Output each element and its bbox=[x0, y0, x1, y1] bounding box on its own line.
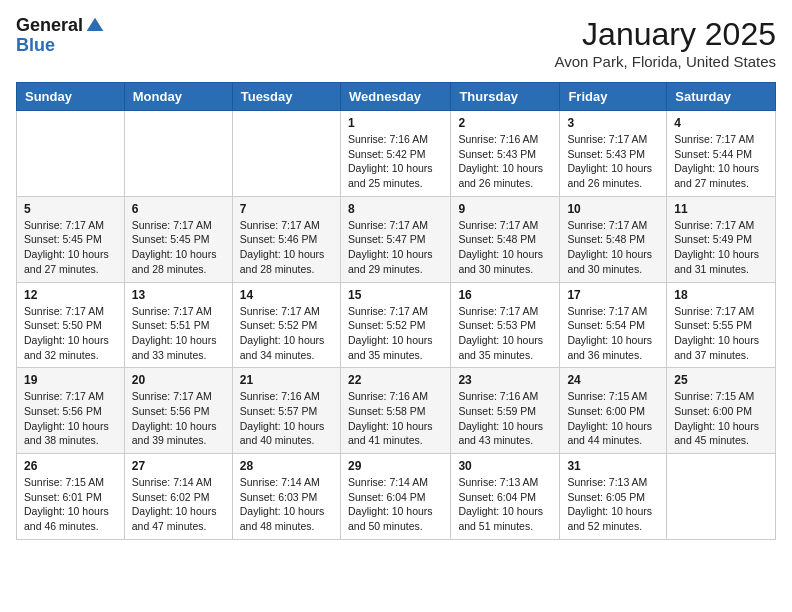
cell-content: Sunrise: 7:15 AMSunset: 6:01 PMDaylight:… bbox=[24, 475, 117, 534]
cell-content: Sunrise: 7:14 AMSunset: 6:02 PMDaylight:… bbox=[132, 475, 225, 534]
cell-content: Sunrise: 7:16 AMSunset: 5:59 PMDaylight:… bbox=[458, 389, 552, 448]
table-row bbox=[17, 111, 125, 197]
cell-content: Sunrise: 7:17 AMSunset: 5:45 PMDaylight:… bbox=[24, 218, 117, 277]
table-row: 22Sunrise: 7:16 AMSunset: 5:58 PMDayligh… bbox=[340, 368, 450, 454]
table-row: 7Sunrise: 7:17 AMSunset: 5:46 PMDaylight… bbox=[232, 196, 340, 282]
day-number: 1 bbox=[348, 116, 443, 130]
table-row: 23Sunrise: 7:16 AMSunset: 5:59 PMDayligh… bbox=[451, 368, 560, 454]
cell-content: Sunrise: 7:17 AMSunset: 5:54 PMDaylight:… bbox=[567, 304, 659, 363]
cell-content: Sunrise: 7:13 AMSunset: 6:04 PMDaylight:… bbox=[458, 475, 552, 534]
cell-content: Sunrise: 7:15 AMSunset: 6:00 PMDaylight:… bbox=[567, 389, 659, 448]
cell-content: Sunrise: 7:14 AMSunset: 6:04 PMDaylight:… bbox=[348, 475, 443, 534]
cell-content: Sunrise: 7:17 AMSunset: 5:56 PMDaylight:… bbox=[24, 389, 117, 448]
day-number: 2 bbox=[458, 116, 552, 130]
day-number: 15 bbox=[348, 288, 443, 302]
day-number: 14 bbox=[240, 288, 333, 302]
day-number: 28 bbox=[240, 459, 333, 473]
col-sunday: Sunday bbox=[17, 83, 125, 111]
day-number: 3 bbox=[567, 116, 659, 130]
title-block: January 2025 Avon Park, Florida, United … bbox=[555, 16, 777, 70]
cell-content: Sunrise: 7:16 AMSunset: 5:58 PMDaylight:… bbox=[348, 389, 443, 448]
cell-content: Sunrise: 7:17 AMSunset: 5:44 PMDaylight:… bbox=[674, 132, 768, 191]
table-row: 13Sunrise: 7:17 AMSunset: 5:51 PMDayligh… bbox=[124, 282, 232, 368]
day-number: 8 bbox=[348, 202, 443, 216]
table-row: 8Sunrise: 7:17 AMSunset: 5:47 PMDaylight… bbox=[340, 196, 450, 282]
table-row bbox=[124, 111, 232, 197]
day-number: 29 bbox=[348, 459, 443, 473]
table-row: 31Sunrise: 7:13 AMSunset: 6:05 PMDayligh… bbox=[560, 454, 667, 540]
day-number: 10 bbox=[567, 202, 659, 216]
calendar-week-row: 12Sunrise: 7:17 AMSunset: 5:50 PMDayligh… bbox=[17, 282, 776, 368]
cell-content: Sunrise: 7:17 AMSunset: 5:50 PMDaylight:… bbox=[24, 304, 117, 363]
table-row: 3Sunrise: 7:17 AMSunset: 5:43 PMDaylight… bbox=[560, 111, 667, 197]
cell-content: Sunrise: 7:17 AMSunset: 5:48 PMDaylight:… bbox=[567, 218, 659, 277]
col-tuesday: Tuesday bbox=[232, 83, 340, 111]
table-row bbox=[667, 454, 776, 540]
table-row: 27Sunrise: 7:14 AMSunset: 6:02 PMDayligh… bbox=[124, 454, 232, 540]
cell-content: Sunrise: 7:17 AMSunset: 5:49 PMDaylight:… bbox=[674, 218, 768, 277]
col-thursday: Thursday bbox=[451, 83, 560, 111]
cell-content: Sunrise: 7:17 AMSunset: 5:48 PMDaylight:… bbox=[458, 218, 552, 277]
table-row: 21Sunrise: 7:16 AMSunset: 5:57 PMDayligh… bbox=[232, 368, 340, 454]
table-row: 26Sunrise: 7:15 AMSunset: 6:01 PMDayligh… bbox=[17, 454, 125, 540]
table-row: 9Sunrise: 7:17 AMSunset: 5:48 PMDaylight… bbox=[451, 196, 560, 282]
calendar-week-row: 5Sunrise: 7:17 AMSunset: 5:45 PMDaylight… bbox=[17, 196, 776, 282]
day-number: 18 bbox=[674, 288, 768, 302]
day-number: 30 bbox=[458, 459, 552, 473]
calendar-week-row: 19Sunrise: 7:17 AMSunset: 5:56 PMDayligh… bbox=[17, 368, 776, 454]
day-number: 6 bbox=[132, 202, 225, 216]
cell-content: Sunrise: 7:17 AMSunset: 5:46 PMDaylight:… bbox=[240, 218, 333, 277]
cell-content: Sunrise: 7:17 AMSunset: 5:43 PMDaylight:… bbox=[567, 132, 659, 191]
cell-content: Sunrise: 7:17 AMSunset: 5:52 PMDaylight:… bbox=[348, 304, 443, 363]
day-number: 17 bbox=[567, 288, 659, 302]
day-number: 21 bbox=[240, 373, 333, 387]
day-number: 11 bbox=[674, 202, 768, 216]
cell-content: Sunrise: 7:16 AMSunset: 5:42 PMDaylight:… bbox=[348, 132, 443, 191]
day-number: 31 bbox=[567, 459, 659, 473]
table-row: 29Sunrise: 7:14 AMSunset: 6:04 PMDayligh… bbox=[340, 454, 450, 540]
table-row: 4Sunrise: 7:17 AMSunset: 5:44 PMDaylight… bbox=[667, 111, 776, 197]
table-row: 19Sunrise: 7:17 AMSunset: 5:56 PMDayligh… bbox=[17, 368, 125, 454]
logo: General Blue bbox=[16, 16, 105, 56]
day-number: 27 bbox=[132, 459, 225, 473]
logo-general-text: General bbox=[16, 16, 83, 36]
day-number: 12 bbox=[24, 288, 117, 302]
svg-marker-0 bbox=[87, 18, 104, 31]
col-friday: Friday bbox=[560, 83, 667, 111]
table-row: 28Sunrise: 7:14 AMSunset: 6:03 PMDayligh… bbox=[232, 454, 340, 540]
table-row: 30Sunrise: 7:13 AMSunset: 6:04 PMDayligh… bbox=[451, 454, 560, 540]
calendar-header-row: Sunday Monday Tuesday Wednesday Thursday… bbox=[17, 83, 776, 111]
calendar-table: Sunday Monday Tuesday Wednesday Thursday… bbox=[16, 82, 776, 540]
table-row: 2Sunrise: 7:16 AMSunset: 5:43 PMDaylight… bbox=[451, 111, 560, 197]
table-row: 16Sunrise: 7:17 AMSunset: 5:53 PMDayligh… bbox=[451, 282, 560, 368]
day-number: 13 bbox=[132, 288, 225, 302]
cell-content: Sunrise: 7:17 AMSunset: 5:47 PMDaylight:… bbox=[348, 218, 443, 277]
table-row: 12Sunrise: 7:17 AMSunset: 5:50 PMDayligh… bbox=[17, 282, 125, 368]
table-row: 6Sunrise: 7:17 AMSunset: 5:45 PMDaylight… bbox=[124, 196, 232, 282]
cell-content: Sunrise: 7:16 AMSunset: 5:43 PMDaylight:… bbox=[458, 132, 552, 191]
day-number: 25 bbox=[674, 373, 768, 387]
day-number: 9 bbox=[458, 202, 552, 216]
table-row: 11Sunrise: 7:17 AMSunset: 5:49 PMDayligh… bbox=[667, 196, 776, 282]
day-number: 19 bbox=[24, 373, 117, 387]
table-row: 1Sunrise: 7:16 AMSunset: 5:42 PMDaylight… bbox=[340, 111, 450, 197]
cell-content: Sunrise: 7:15 AMSunset: 6:00 PMDaylight:… bbox=[674, 389, 768, 448]
col-saturday: Saturday bbox=[667, 83, 776, 111]
location-text: Avon Park, Florida, United States bbox=[555, 53, 777, 70]
cell-content: Sunrise: 7:17 AMSunset: 5:52 PMDaylight:… bbox=[240, 304, 333, 363]
cell-content: Sunrise: 7:17 AMSunset: 5:45 PMDaylight:… bbox=[132, 218, 225, 277]
table-row: 24Sunrise: 7:15 AMSunset: 6:00 PMDayligh… bbox=[560, 368, 667, 454]
table-row: 5Sunrise: 7:17 AMSunset: 5:45 PMDaylight… bbox=[17, 196, 125, 282]
calendar-week-row: 26Sunrise: 7:15 AMSunset: 6:01 PMDayligh… bbox=[17, 454, 776, 540]
day-number: 23 bbox=[458, 373, 552, 387]
col-monday: Monday bbox=[124, 83, 232, 111]
page-header: General Blue January 2025 Avon Park, Flo… bbox=[16, 16, 776, 70]
cell-content: Sunrise: 7:17 AMSunset: 5:56 PMDaylight:… bbox=[132, 389, 225, 448]
day-number: 24 bbox=[567, 373, 659, 387]
day-number: 16 bbox=[458, 288, 552, 302]
month-title: January 2025 bbox=[555, 16, 777, 53]
cell-content: Sunrise: 7:16 AMSunset: 5:57 PMDaylight:… bbox=[240, 389, 333, 448]
table-row: 10Sunrise: 7:17 AMSunset: 5:48 PMDayligh… bbox=[560, 196, 667, 282]
cell-content: Sunrise: 7:17 AMSunset: 5:53 PMDaylight:… bbox=[458, 304, 552, 363]
table-row: 17Sunrise: 7:17 AMSunset: 5:54 PMDayligh… bbox=[560, 282, 667, 368]
